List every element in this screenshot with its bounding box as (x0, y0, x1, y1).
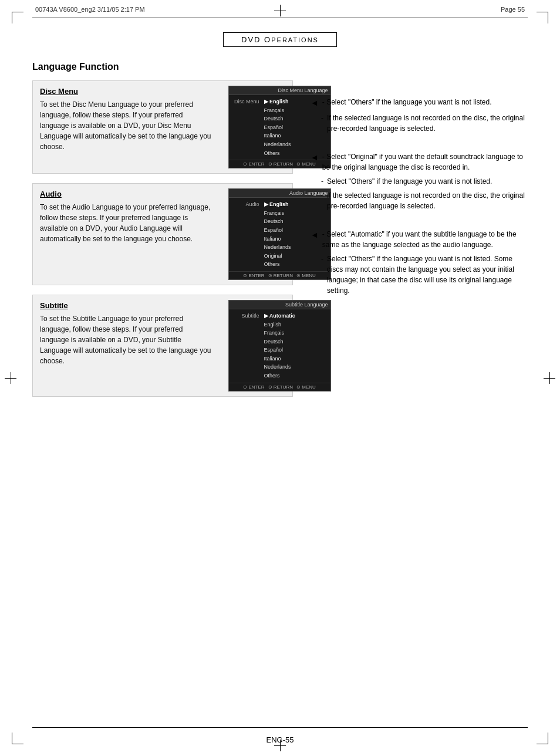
note-text: - Select "Others" if the language you wa… (322, 97, 492, 109)
content-layout: Disc Menu To set the Disc Menu Language … (32, 80, 528, 406)
dvd-btn-enter: ⊙ ENTER (243, 273, 264, 278)
header-left: 00743A V8600_eng2 3/11/05 2:17 PM (35, 6, 145, 13)
note-text: - Select "Automatic" if you want the sub… (322, 229, 528, 250)
note-text: - Select "Original" if you want the defa… (322, 151, 528, 173)
reg-mark-right (544, 372, 555, 384)
section-title: DVD OPERATIONS (223, 32, 337, 47)
dash-icon: - (321, 113, 323, 134)
page-title: Language Function (32, 62, 528, 72)
note-item: ◄ - Select "Original" if you want the de… (311, 151, 528, 173)
note-item: ◄ - Select "Others" if the language you … (311, 97, 528, 109)
section-subtitle: Subtitle To set the Subtitle Language to… (32, 295, 293, 397)
dash-icon: - (321, 254, 323, 296)
dvd-btn-return: ⊙ RETURN (268, 161, 294, 167)
right-notes: ◄ - Select "Others" if the language you … (311, 80, 528, 406)
note-group-3: ◄ - Select "Automatic" if you want the s… (311, 229, 528, 296)
bullet-icon: ◄ (311, 151, 319, 173)
header-bar: 00743A V8600_eng2 3/11/05 2:17 PM Page 5… (35, 6, 525, 13)
disc-menu-text: To set the Disc Menu Language to your pr… (40, 99, 214, 152)
dvd-btn-enter: ⊙ ENTER (243, 161, 264, 167)
note-sub-item: - If the selected language is not record… (311, 113, 528, 134)
dvd-btn-enter: ⊙ ENTER (243, 384, 264, 390)
subtitle-text: To set the Subtitle Language to your pre… (40, 313, 214, 366)
dash-icon: - (321, 190, 323, 211)
audio-text: To set the Audio Language to your prefer… (40, 202, 214, 244)
dvd-label-disc: Disc Menu (231, 97, 262, 157)
bullet-icon: ◄ (311, 97, 319, 109)
note-sub-text: If the selected language is not recorded… (327, 113, 528, 134)
footer-rule (32, 727, 528, 728)
left-sections: Disc Menu To set the Disc Menu Language … (32, 80, 311, 406)
section-disc-menu: Disc Menu To set the Disc Menu Language … (32, 80, 293, 174)
corner-mark-tl (12, 12, 23, 23)
header-right: Page 55 (501, 6, 525, 13)
note-group-1: ◄ - Select "Others" if the language you … (311, 97, 528, 134)
dvd-label-audio: Audio (231, 200, 262, 269)
corner-mark-tr (537, 12, 548, 23)
section-audio-left: Audio To set the Audio Language to your … (33, 184, 221, 285)
disc-menu-heading: Disc Menu (40, 87, 214, 96)
section-audio: Audio To set the Audio Language to your … (32, 183, 293, 285)
bullet-icon: ◄ (311, 229, 319, 250)
subtitle-heading: Subtitle (40, 301, 214, 310)
main-content: Language Function Disc Menu To set the D… (32, 62, 528, 721)
note-sub-text: Select "Others" if the language you want… (327, 254, 528, 296)
note-sub-text: Select "Others" if the language you want… (327, 176, 492, 187)
dvd-label-subtitle: Subtitle (231, 312, 262, 380)
note-item: ◄ - Select "Automatic" if you want the s… (311, 229, 528, 250)
dvd-btn-return: ⊙ RETURN (268, 273, 294, 278)
page-number: ENG-55 (266, 735, 294, 744)
dash-icon: - (321, 176, 323, 187)
note-sub-text: If the selected language is not recorded… (327, 190, 528, 211)
section-title-box: DVD OPERATIONS (32, 32, 528, 47)
note-sub-item: - Select "Others" if the language you wa… (311, 176, 528, 187)
note-sub-item: - Select "Others" if the language you wa… (311, 254, 528, 296)
section-title-text: DVD OPERATIONS (241, 35, 319, 44)
note-group-2: ◄ - Select "Original" if you want the de… (311, 151, 528, 211)
section-subtitle-left: Subtitle To set the Subtitle Language to… (33, 295, 221, 396)
dvd-btn-return: ⊙ RETURN (268, 384, 294, 390)
section-disc-menu-left: Disc Menu To set the Disc Menu Language … (33, 81, 221, 173)
audio-heading: Audio (40, 190, 214, 198)
note-sub-item: - If the selected language is not record… (311, 190, 528, 211)
page-footer: ENG-55 (0, 735, 560, 744)
reg-mark-left (5, 372, 16, 384)
header-rule (32, 18, 528, 18)
